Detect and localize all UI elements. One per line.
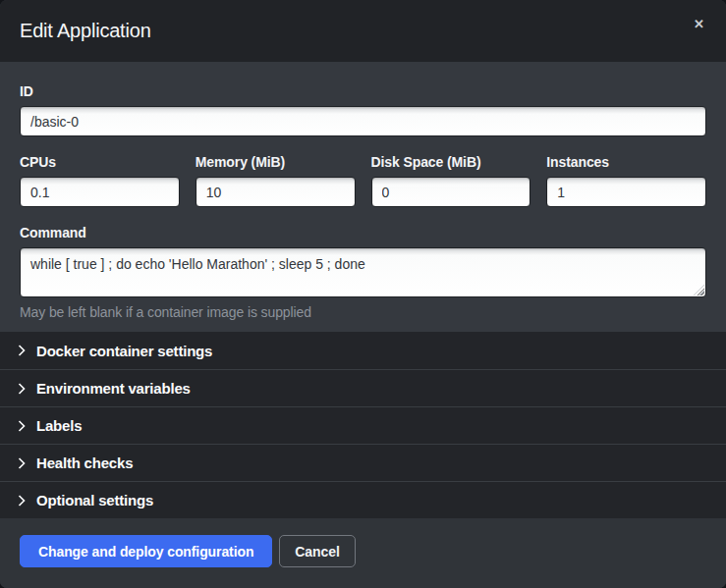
command-label: Command — [20, 225, 706, 241]
instances-input[interactable] — [546, 177, 706, 207]
command-help-text: May be left blank if a container image i… — [20, 304, 706, 320]
modal-footer: Change and deploy configuration Cancel — [0, 518, 726, 588]
edit-application-modal: Edit Application ✕ ID CPUs Memory (MiB) … — [0, 0, 726, 588]
section-health-checks[interactable]: Health checks — [0, 444, 726, 481]
instances-field-group: Instances — [546, 154, 706, 207]
disk-label: Disk Space (MiB) — [371, 154, 531, 170]
application-form: ID CPUs Memory (MiB) Disk Space (MiB) In… — [0, 62, 726, 332]
section-label: Environment variables — [36, 380, 191, 397]
disk-field-group: Disk Space (MiB) — [371, 154, 531, 207]
cpus-label: CPUs — [20, 154, 180, 170]
section-label: Docker container settings — [36, 343, 212, 359]
id-field-group: ID — [20, 83, 706, 136]
memory-input[interactable] — [195, 177, 356, 207]
accordion-sections: Docker container settings Environment va… — [0, 332, 726, 518]
resources-row: CPUs Memory (MiB) Disk Space (MiB) Insta… — [20, 154, 706, 207]
page-title: Edit Application — [20, 20, 688, 42]
command-textarea[interactable]: while [ true ] ; do echo 'Hello Marathon… — [20, 247, 706, 297]
section-docker-container-settings[interactable]: Docker container settings — [0, 332, 726, 369]
section-optional-settings[interactable]: Optional settings — [0, 481, 726, 518]
modal-header: Edit Application ✕ — [0, 0, 726, 62]
command-field-group: Command while [ true ] ; do echo 'Hello … — [20, 225, 706, 320]
section-label: Optional settings — [36, 492, 153, 508]
section-label: Labels — [36, 417, 82, 434]
section-labels[interactable]: Labels — [0, 406, 726, 444]
id-label: ID — [20, 83, 706, 99]
chevron-right-icon — [18, 420, 26, 432]
cancel-button[interactable]: Cancel — [279, 535, 355, 567]
memory-field-group: Memory (MiB) — [195, 154, 356, 207]
section-label: Health checks — [36, 454, 133, 471]
cpus-field-group: CPUs — [20, 154, 180, 207]
section-environment-variables[interactable]: Environment variables — [0, 369, 726, 406]
cpus-input[interactable] — [20, 177, 180, 207]
chevron-right-icon — [18, 345, 26, 356]
chevron-right-icon — [18, 383, 26, 395]
change-and-deploy-button[interactable]: Change and deploy configuration — [20, 535, 272, 567]
instances-label: Instances — [546, 154, 706, 170]
id-input[interactable] — [20, 106, 706, 136]
chevron-right-icon — [18, 495, 26, 507]
memory-label: Memory (MiB) — [195, 154, 356, 170]
disk-input[interactable] — [371, 177, 531, 207]
chevron-right-icon — [18, 457, 26, 469]
close-icon[interactable]: ✕ — [688, 14, 710, 34]
